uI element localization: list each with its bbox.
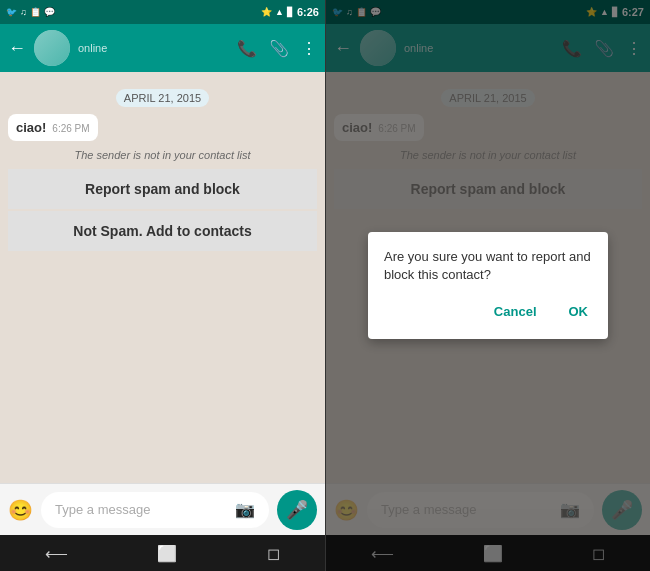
toolbar-info-1: online bbox=[78, 42, 229, 54]
message-time-1: 6:26 PM bbox=[52, 123, 89, 134]
avatar-1[interactable] bbox=[34, 30, 70, 66]
back-button-1[interactable]: ← bbox=[8, 38, 26, 59]
status-bar-right-1: ⭐ ▲ ▊ 6:26 bbox=[261, 6, 319, 18]
input-bar-1: 😊 Type a message 📷 🎤 bbox=[0, 483, 325, 535]
signal-bars-icon: ▊ bbox=[287, 7, 294, 17]
confirm-dialog: Are you sure you want to report and bloc… bbox=[368, 232, 608, 339]
more-icon-1[interactable]: ⋮ bbox=[301, 39, 317, 58]
dialog-text: Are you sure you want to report and bloc… bbox=[384, 248, 592, 284]
dialog-overlay: Are you sure you want to report and bloc… bbox=[326, 0, 650, 571]
nav-home-1[interactable]: ⬜ bbox=[157, 544, 177, 563]
dialog-ok-button[interactable]: OK bbox=[565, 300, 593, 323]
phone-icon-1[interactable]: 📞 bbox=[237, 39, 257, 58]
message-text-1: ciao! bbox=[16, 120, 46, 135]
nav-bar-1: ⟵ ⬜ ◻ bbox=[0, 535, 325, 571]
chat-area-1: APRIL 21, 2015 ciao! 6:26 PM The sender … bbox=[0, 72, 325, 483]
status-time-1: 6:26 bbox=[297, 6, 319, 18]
message-bubble-1: ciao! 6:26 PM bbox=[8, 114, 98, 141]
report-spam-button-1[interactable]: Report spam and block bbox=[8, 169, 317, 209]
bluetooth-icon: ⭐ bbox=[261, 7, 272, 17]
camera-button-1[interactable]: 📷 bbox=[235, 500, 255, 519]
nav-back-1[interactable]: ⟵ bbox=[45, 544, 68, 563]
screen-1: 🐦 ♫ 📋 💬 ⭐ ▲ ▊ 6:26 ← online 📞 📎 ⋮ APRIL … bbox=[0, 0, 325, 571]
attachment-icon-1[interactable]: 📎 bbox=[269, 39, 289, 58]
input-placeholder-1: Type a message bbox=[55, 502, 227, 517]
mic-icon-1: 🎤 bbox=[286, 499, 308, 521]
status-bar-left-1: 🐦 ♫ 📋 💬 bbox=[6, 7, 55, 17]
dialog-actions: Cancel OK bbox=[384, 300, 592, 323]
nav-recent-1[interactable]: ◻ bbox=[267, 544, 280, 563]
status-bar-1: 🐦 ♫ 📋 💬 ⭐ ▲ ▊ 6:26 bbox=[0, 0, 325, 24]
avatar-image-1 bbox=[34, 30, 70, 66]
wifi-icon: ▲ bbox=[275, 7, 284, 17]
toolbar-actions-1: 📞 📎 ⋮ bbox=[237, 39, 317, 58]
contact-status-1: online bbox=[78, 42, 229, 54]
screenshot-icon: 📋 bbox=[30, 7, 41, 17]
emoji-button-1[interactable]: 😊 bbox=[8, 498, 33, 522]
music-icon: ♫ bbox=[20, 7, 27, 17]
mic-button-1[interactable]: 🎤 bbox=[277, 490, 317, 530]
not-spam-button-1[interactable]: Not Spam. Add to contacts bbox=[8, 211, 317, 251]
hangouts-icon: 💬 bbox=[44, 7, 55, 17]
screen-2: 🐦 ♫ 📋 💬 ⭐ ▲ ▊ 6:27 ← online 📞 📎 ⋮ APRIL … bbox=[325, 0, 650, 571]
date-divider-1: APRIL 21, 2015 bbox=[8, 88, 317, 106]
twitter-icon: 🐦 bbox=[6, 7, 17, 17]
spam-notice-1: The sender is not in your contact list bbox=[8, 149, 317, 161]
dialog-cancel-button[interactable]: Cancel bbox=[490, 300, 541, 323]
toolbar-1: ← online 📞 📎 ⋮ bbox=[0, 24, 325, 72]
message-input-1[interactable]: Type a message 📷 bbox=[41, 492, 269, 528]
